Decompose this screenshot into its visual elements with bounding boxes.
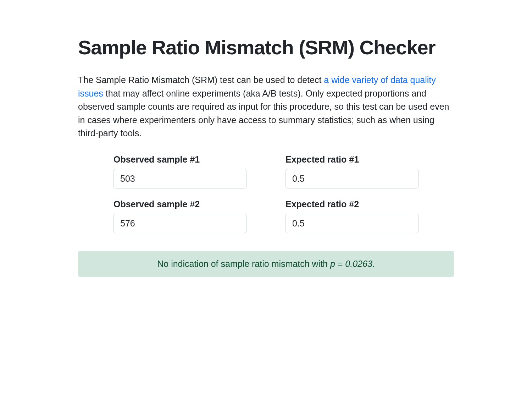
expected-ratio-1-input[interactable] bbox=[286, 169, 419, 188]
expected-ratio-1-group: Expected ratio #1 bbox=[286, 154, 419, 188]
observed-sample-1-label: Observed sample #1 bbox=[113, 154, 246, 165]
result-pvalue: p = 0.0263 bbox=[330, 259, 372, 269]
intro-paragraph: The Sample Ratio Mismatch (SRM) test can… bbox=[78, 73, 454, 140]
observed-sample-2-label: Observed sample #2 bbox=[113, 199, 246, 209]
observed-sample-2-input[interactable] bbox=[113, 214, 246, 233]
intro-text-after: that may affect online experiments (aka … bbox=[78, 88, 449, 138]
result-text-suffix: . bbox=[372, 259, 375, 269]
page-title: Sample Ratio Mismatch (SRM) Checker bbox=[78, 35, 454, 59]
intro-text-before: The Sample Ratio Mismatch (SRM) test can… bbox=[78, 75, 324, 85]
observed-sample-1-group: Observed sample #1 bbox=[113, 154, 246, 188]
expected-ratio-2-input[interactable] bbox=[286, 214, 419, 233]
expected-ratio-2-group: Expected ratio #2 bbox=[286, 199, 419, 233]
result-alert: No indication of sample ratio mismatch w… bbox=[78, 251, 454, 277]
expected-ratio-1-label: Expected ratio #1 bbox=[286, 154, 419, 165]
expected-ratio-2-label: Expected ratio #2 bbox=[286, 199, 419, 209]
input-form-grid: Observed sample #1 Expected ratio #1 Obs… bbox=[78, 154, 454, 233]
observed-sample-1-input[interactable] bbox=[113, 169, 246, 188]
observed-sample-2-group: Observed sample #2 bbox=[113, 199, 246, 233]
result-text-prefix: No indication of sample ratio mismatch w… bbox=[157, 259, 330, 269]
